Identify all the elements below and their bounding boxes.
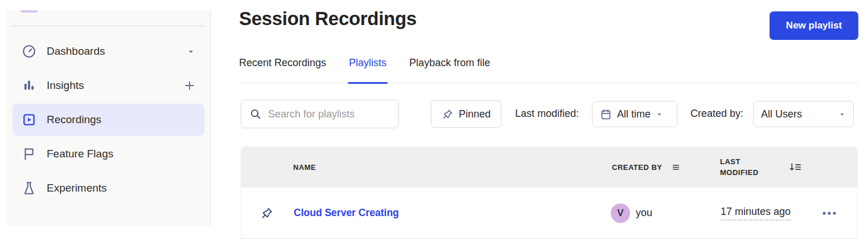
column-label: LAST MODIFIED — [720, 156, 780, 178]
sidebar-item-label: Feature Flags — [47, 148, 113, 160]
sidebar-nav: Dashboards Insights Recordings — [13, 35, 204, 206]
page-title: Session Recordings — [239, 8, 417, 30]
column-header-created-by[interactable]: CREATED BY — [612, 147, 681, 188]
sort-menu-icon[interactable] — [671, 162, 681, 172]
sidebar-item-label: Recordings — [47, 113, 101, 126]
column-header-last-modified[interactable]: LAST MODIFIED — [720, 147, 803, 188]
pinned-filter-button[interactable]: Pinned — [431, 100, 501, 128]
row-more-menu[interactable] — [821, 188, 838, 238]
table-row[interactable]: Cloud Server Creating V you 17 minutes a… — [241, 188, 858, 239]
tab-recent-recordings[interactable]: Recent Recordings — [239, 55, 326, 83]
plus-icon[interactable] — [184, 80, 195, 91]
chevron-down-icon — [656, 111, 663, 118]
dashboard-icon — [22, 44, 36, 59]
sidebar: Dashboards Insights Recordings — [6, 10, 211, 226]
sidebar-item-label: Experiments — [47, 182, 107, 194]
created-by-label: Created by: — [690, 108, 743, 120]
sidebar-item-feature-flags[interactable]: Feature Flags — [13, 138, 204, 170]
pin-icon — [442, 108, 454, 120]
search-input[interactable] — [268, 108, 390, 120]
last-modified-cell: 17 minutes ago — [721, 188, 791, 238]
row-pin-icon[interactable] — [260, 188, 274, 238]
chevron-down-icon — [838, 111, 846, 118]
sidebar-divider — [11, 26, 205, 26]
last-modified-dropdown[interactable]: All time — [592, 101, 677, 127]
avatar: V — [611, 204, 630, 223]
playlist-link[interactable]: Cloud Server Creating — [294, 207, 399, 219]
sidebar-item-insights[interactable]: Insights — [13, 70, 204, 101]
tab-bar: Recent Recordings Playlists Playback fro… — [239, 55, 859, 83]
column-label: CREATED BY — [612, 163, 663, 172]
pinned-label: Pinned — [459, 108, 491, 120]
created-by-dropdown[interactable]: All Users — [753, 101, 854, 127]
play-icon — [22, 112, 36, 127]
project-accent-bar — [20, 10, 38, 13]
tab-playlists[interactable]: Playlists — [349, 55, 386, 83]
table-header: NAME CREATED BY LAST MODIFIED — [241, 147, 858, 188]
sidebar-item-dashboards[interactable]: Dashboards — [13, 35, 204, 67]
last-modified-value: All time — [617, 108, 651, 120]
calendar-icon — [600, 108, 612, 120]
sort-descending-icon[interactable] — [789, 161, 803, 173]
last-modified-label: Last modified: — [515, 108, 579, 120]
session-recordings-page: Dashboards Insights Recordings — [0, 0, 868, 252]
new-playlist-button[interactable]: New playlist — [770, 11, 858, 40]
search-icon — [249, 108, 262, 120]
created-by-cell: V you — [611, 188, 652, 238]
sidebar-item-recordings[interactable]: Recordings — [13, 104, 204, 136]
sidebar-item-label: Insights — [47, 79, 84, 92]
column-header-name: NAME — [293, 147, 316, 188]
created-by-value: All Users — [761, 108, 802, 120]
chevron-down-icon[interactable] — [187, 47, 195, 56]
playlist-search[interactable] — [241, 100, 399, 128]
sidebar-item-label: Dashboards — [47, 45, 105, 58]
bar-chart-icon — [22, 78, 36, 93]
sidebar-item-experiments[interactable]: Experiments — [13, 172, 204, 204]
tab-playback-from-file[interactable]: Playback from file — [409, 55, 490, 83]
playlists-table: NAME CREATED BY LAST MODIFIED Cloud Serv… — [241, 147, 858, 239]
flag-icon — [22, 147, 36, 161]
last-modified-value: 17 minutes ago — [721, 206, 791, 221]
flask-icon — [22, 181, 36, 196]
creator-name: you — [636, 207, 652, 219]
